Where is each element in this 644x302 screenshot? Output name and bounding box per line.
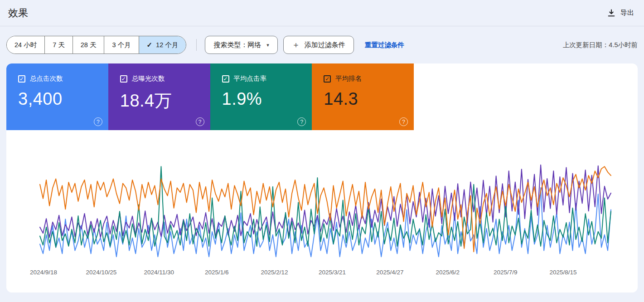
help-icon[interactable]: ? (399, 117, 408, 126)
checkbox-checked-icon[interactable]: ✓ (120, 75, 127, 83)
export-label: 导出 (620, 9, 634, 17)
metric-label: 总曝光次数 (132, 74, 165, 83)
performance-panel: ✓ 总点击次数 3,400 ? ✓ 总曝光次数 18.4万 ? ✓ 平均点击率 … (6, 63, 638, 292)
metric-card-impressions[interactable]: ✓ 总曝光次数 18.4万 ? (108, 63, 210, 130)
metric-value: 1.9% (222, 89, 312, 109)
metric-label: 平均排名 (335, 74, 362, 83)
add-filter-button[interactable]: ＋ 添加过滤条件 (283, 36, 354, 54)
metric-card-clicks[interactable]: ✓ 总点击次数 3,400 ? (6, 63, 108, 130)
help-icon[interactable]: ? (94, 117, 102, 126)
check-icon: ✓ (147, 41, 153, 49)
metric-label: 平均点击率 (234, 74, 267, 83)
x-axis-label: 2025/3/21 (319, 269, 346, 276)
date-range-label: 24 小时 (15, 41, 37, 49)
download-icon (607, 9, 616, 18)
x-axis-label: 2025/8/15 (550, 269, 577, 276)
date-range-label: 3 个月 (112, 41, 131, 49)
date-range-3m[interactable]: ✓ 3 个月 (104, 36, 138, 54)
x-axis-label: 2025/6/2 (436, 269, 460, 276)
metric-cards-row: ✓ 总点击次数 3,400 ? ✓ 总曝光次数 18.4万 ? ✓ 平均点击率 … (6, 63, 414, 130)
metric-value: 14.3 (324, 89, 414, 109)
export-button[interactable]: 导出 (607, 9, 634, 18)
date-range-label: 12 个月 (156, 41, 178, 49)
checkbox-checked-icon[interactable]: ✓ (324, 75, 331, 83)
x-axis-label: 2024/10/25 (86, 269, 117, 276)
metric-card-ctr[interactable]: ✓ 平均点击率 1.9% ? (210, 63, 312, 130)
date-range-28d[interactable]: ✓ 28 天 (73, 36, 104, 54)
last-updated-text: 上次更新日期：4.5小时前 (563, 41, 638, 49)
metric-label: 总点击次数 (30, 74, 63, 83)
x-axis-label: 2025/7/9 (494, 269, 518, 276)
chevron-down-icon: ▾ (266, 42, 269, 48)
search-type-dropdown[interactable]: 搜索类型：网络 ▾ (205, 36, 278, 54)
date-range-24h[interactable]: ✓ 24 小时 (7, 36, 44, 54)
filter-bar: ✓ 24 小时 ✓ 7 天 ✓ 28 天 ✓ 3 个月 ✓ 12 个月 搜索类型… (0, 26, 644, 63)
page-header: 效果 导出 (0, 0, 644, 26)
x-axis-label: 2024/11/30 (144, 269, 174, 276)
date-range-12m[interactable]: ✓ 12 个月 (139, 36, 186, 54)
date-range-label: 7 天 (53, 41, 65, 49)
help-icon[interactable]: ? (297, 117, 306, 126)
date-range-group: ✓ 24 小时 ✓ 7 天 ✓ 28 天 ✓ 3 个月 ✓ 12 个月 (6, 36, 186, 54)
date-range-label: 28 天 (81, 41, 97, 49)
performance-line-chart[interactable] (6, 132, 638, 268)
add-filter-label: 添加过滤条件 (305, 41, 345, 49)
checkbox-checked-icon[interactable]: ✓ (222, 75, 229, 83)
date-range-7d[interactable]: ✓ 7 天 (44, 36, 73, 54)
x-axis-label: 2025/2/12 (261, 269, 288, 276)
reset-filters-link[interactable]: 重置过滤条件 (365, 41, 404, 49)
series-line-曝光次数 (40, 165, 611, 238)
metric-value: 18.4万 (120, 89, 210, 112)
x-axis-label: 2025/4/27 (376, 269, 403, 276)
x-axis-label: 2025/1/6 (205, 269, 229, 276)
page-title: 效果 (8, 6, 28, 20)
search-type-label: 搜索类型：网络 (213, 41, 261, 49)
metric-value: 3,400 (18, 89, 108, 109)
chart-x-axis: 2024/9/182024/10/252024/11/302025/1/6202… (6, 269, 638, 279)
help-icon[interactable]: ? (196, 117, 204, 126)
metric-card-position[interactable]: ✓ 平均排名 14.3 ? (312, 63, 414, 130)
x-axis-label: 2024/9/18 (30, 269, 57, 276)
checkbox-checked-icon[interactable]: ✓ (18, 75, 25, 83)
plus-icon: ＋ (292, 39, 300, 50)
filter-divider (196, 39, 197, 51)
